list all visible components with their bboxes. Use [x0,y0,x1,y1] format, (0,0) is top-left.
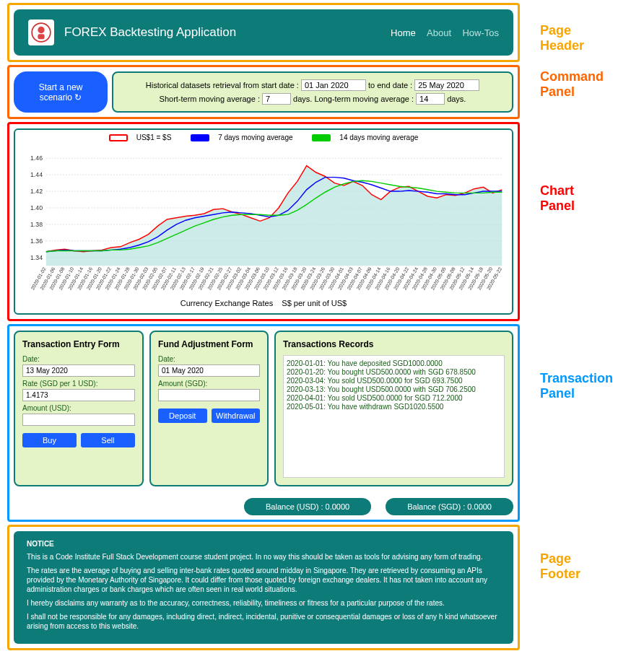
annotation-footer: Page Footer [540,551,580,582]
transaction-panel-region: Transaction Entry Form Date: Rate (SGD p… [7,324,520,522]
footer-p3: I hereby disclaims any warranty as to th… [27,598,500,608]
annotation-chart: Chart Panel [540,183,575,214]
fund-adjustment-card: Fund Adjustment Form Date: Amount (SGD):… [149,331,269,486]
nav-home[interactable]: Home [391,27,416,38]
fund-date-label: Date: [158,355,260,363]
balance-usd-pill: Balance (USD) : 0.0000 [244,498,371,515]
nav-about[interactable]: About [427,27,451,38]
fund-amount-label: Amount (SGD): [158,380,260,388]
end-date-input[interactable] [414,79,479,91]
page-footer-region: NOTICE This is a Code Institute Full Sta… [7,525,520,650]
short-ma-label: Short-term moving average : [160,95,260,103]
footer-p4: I shall not be responsible for any damag… [27,612,500,631]
txn-entry-title: Transaction Entry Form [22,339,135,349]
days-suffix: days. [447,95,466,103]
record-item: 2020-01-20: You bought USD500.0000 with … [287,368,501,376]
svg-rect-2 [38,34,44,39]
hist-start-label: Historical datasets retrieval from start… [146,81,299,89]
svg-text:1.46: 1.46 [30,155,43,162]
svg-point-1 [38,27,44,33]
svg-text:1.34: 1.34 [30,254,43,261]
buy-button[interactable]: Buy [22,433,77,447]
annotation-command: Command Panel [540,69,604,100]
txn-date-input[interactable] [22,364,135,377]
chart-caption: Currency Exchange Rates S$ per unit of U… [18,296,509,310]
chart-legend: US$1 = $S 7 days moving average 14 days … [18,133,509,141]
annotation-transaction: Transaction Panel [540,371,613,401]
txn-rate-label: Rate (SGD per 1 USD): [22,380,135,388]
fund-amount-input[interactable] [158,389,260,401]
deposit-button[interactable]: Deposit [158,408,207,423]
app-logo [28,19,54,45]
legend-ma7: 7 days moving average [218,134,292,141]
new-scenario-button[interactable]: Start a new scenario ↻ [14,71,108,113]
exchange-rate-chart: 1.341.361.381.401.421.441.462020-01-0220… [18,144,509,296]
start-date-input[interactable] [301,79,366,91]
legend-swatch-ma7 [191,134,209,141]
svg-text:1.44: 1.44 [30,171,43,178]
svg-text:1.36: 1.36 [30,237,43,245]
legend-raw: US$1 = $S [136,134,172,141]
page-header-region: FOREX Backtesting Application Home About… [7,3,520,62]
footer-p1: This is a Code Institute Full Stack Deve… [27,552,500,562]
record-item: 2020-04-01: You sold USD500.0000 for SGD… [287,394,501,402]
transactions-records-card: Transactions Records 2020-01-01: You hav… [274,331,513,486]
footer-p2: The rates are the average of buying and … [27,566,500,594]
legend-swatch-ma14 [312,134,331,141]
withdraw-button[interactable]: Withdrawal [212,408,261,423]
legend-swatch-raw [109,134,128,141]
long-ma-label: days. Long-term moving average : [293,95,414,103]
records-list[interactable]: 2020-01-01: You have deposited SGD1000.0… [283,355,505,478]
record-item: 2020-03-13: You bought USD500.0000 with … [287,385,501,393]
record-item: 2020-01-01: You have deposited SGD1000.0… [287,359,501,367]
annotation-header: Page Header [540,23,584,53]
txn-date-label: Date: [22,355,135,363]
long-ma-input[interactable] [416,93,445,105]
txn-amount-label: Amount (USD): [22,404,135,412]
record-item: 2020-03-04: You sold USD500.0000 for SGD… [287,377,501,385]
app-title: FOREX Backtesting Application [64,25,382,40]
svg-text:1.38: 1.38 [30,221,43,228]
footer-notice-title: NOTICE [27,540,500,548]
svg-text:1.42: 1.42 [30,188,43,195]
hist-end-label: to end date : [368,81,412,89]
nav-howtos[interactable]: How-Tos [462,27,499,38]
txn-rate-input[interactable] [22,389,135,401]
short-ma-input[interactable] [262,93,291,105]
balance-sgd-pill: Balance (SGD) : 0.0000 [386,498,513,515]
chart-panel-region: US$1 = $S 7 days moving average 14 days … [7,122,520,321]
svg-text:1.40: 1.40 [30,204,43,211]
records-title: Transactions Records [283,339,505,349]
command-panel-region: Start a new scenario ↻ Historical datase… [7,65,520,119]
command-card: Historical datasets retrieval from start… [112,71,513,113]
record-item: 2020-05-01: You have withdrawn SGD1020.5… [287,403,501,411]
fund-title: Fund Adjustment Form [158,339,260,349]
txn-amount-input[interactable] [22,414,135,426]
sell-button[interactable]: Sell [81,433,135,447]
fund-date-input[interactable] [158,364,260,377]
legend-ma14: 14 days moving average [339,134,418,141]
transaction-entry-card: Transaction Entry Form Date: Rate (SGD p… [14,331,144,486]
